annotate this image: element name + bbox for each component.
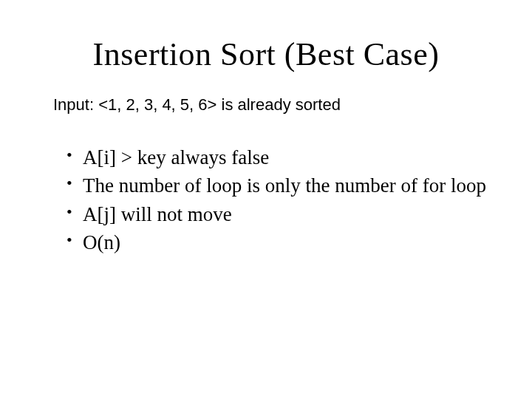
list-item: A[j] will not move	[66, 201, 488, 228]
bullet-list: A[i] > key always false The number of lo…	[44, 144, 488, 256]
list-item: The number of loop is only the number of…	[66, 172, 488, 199]
slide: Insertion Sort (Best Case) Input: <1, 2,…	[0, 0, 532, 399]
slide-title: Insertion Sort (Best Case)	[44, 35, 488, 73]
list-item: A[i] > key always false	[66, 144, 488, 171]
input-line: Input: <1, 2, 3, 4, 5, 6> is already sor…	[53, 95, 488, 115]
list-item: O(n)	[66, 229, 488, 256]
